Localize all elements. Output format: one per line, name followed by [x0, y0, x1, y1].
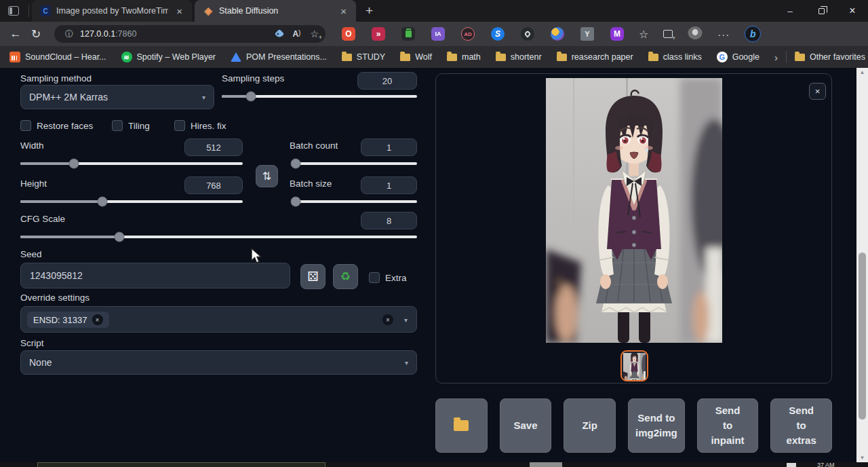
shazam-extension-icon[interactable]: S [491, 27, 505, 41]
scrollbar-thumb[interactable] [859, 253, 866, 419]
close-tab-icon[interactable]: × [174, 5, 185, 17]
folder-icon [342, 54, 352, 61]
address-bar[interactable]: ⓘ 127.0.0.1 :7860 A ☆+ [54, 25, 326, 43]
back-button[interactable]: ← [5, 27, 26, 41]
mouse-cursor [251, 248, 262, 264]
close-window-button[interactable]: × [837, 0, 868, 22]
adblock-extension-icon[interactable]: AD [461, 27, 475, 41]
close-tab-icon[interactable]: × [338, 5, 349, 17]
height-slider[interactable] [20, 200, 243, 203]
slider-handle[interactable] [98, 197, 108, 207]
other-favorites[interactable]: Other favorites [795, 52, 865, 62]
save-button[interactable]: Save [500, 398, 552, 453]
width-slider[interactable] [20, 162, 243, 165]
batch-size-input[interactable]: 1 [361, 176, 417, 194]
y-extension-icon[interactable]: Y [580, 27, 594, 41]
checkbox-icon[interactable] [174, 120, 185, 131]
slider-handle[interactable] [68, 159, 79, 169]
script-dropdown[interactable]: None ▾ [20, 350, 417, 375]
checkbox-icon[interactable] [369, 272, 380, 283]
bookmark-folder-shortenr[interactable]: shortenr [496, 52, 542, 62]
tab-stable-diffusion[interactable]: ◈ Stable Diffusion × [195, 0, 356, 22]
page-scrollbar[interactable]: ▲ ▼ [856, 68, 868, 462]
slider-handle[interactable] [290, 159, 300, 169]
bookmark-folder-math[interactable]: math [447, 52, 481, 62]
seed-input[interactable]: 1243095812 [20, 263, 290, 288]
open-folder-button[interactable] [435, 398, 488, 453]
location-pin-icon [524, 30, 531, 37]
window-controls: – × [774, 0, 868, 22]
bookmark-folder-study[interactable]: STUDY [342, 52, 385, 62]
slider-handle[interactable] [246, 92, 256, 102]
batch-count-input[interactable]: 1 [361, 138, 417, 156]
close-gallery-button[interactable]: × [809, 83, 826, 100]
cfg-scale-input[interactable]: 8 [361, 212, 417, 229]
sampling-method-dropdown[interactable]: DPM++ 2M Karras ▾ [20, 85, 214, 109]
reload-button[interactable]: ↻ [26, 27, 46, 41]
site-info-icon[interactable]: ⓘ [65, 29, 73, 40]
extra-seed-option[interactable]: Extra [369, 272, 407, 283]
scroll-down-icon[interactable]: ▼ [856, 453, 868, 462]
bookmark-spotify[interactable]: ≋Spotify – Web Player [121, 52, 216, 62]
restore-button[interactable] [806, 0, 837, 22]
bookmarks-overflow-icon[interactable]: › [774, 52, 778, 63]
zip-button[interactable]: Zip [564, 398, 616, 453]
slider-handle[interactable] [290, 197, 300, 207]
override-settings-box[interactable]: ENSD: 31337 × × ▾ [20, 306, 417, 333]
o-extension-icon[interactable]: O [342, 27, 355, 41]
bookmark-soundcloud[interactable]: SoundCloud – Hear... [9, 52, 106, 62]
send-to-img2img-button[interactable]: Send to img2img [628, 398, 685, 453]
favorites-hub-icon[interactable]: ☆ [639, 28, 648, 41]
send-to-inpaint-button[interactable]: Send to inpaint [697, 398, 759, 453]
cfg-scale-slider[interactable] [20, 236, 417, 238]
minimize-button[interactable]: – [774, 0, 806, 22]
random-seed-button[interactable]: ⚄ [300, 264, 326, 289]
collections-icon[interactable] [663, 30, 673, 38]
video-speed-extension-icon[interactable]: » [372, 27, 385, 41]
checkbox-icon[interactable] [20, 120, 31, 131]
globe-extension-icon[interactable] [551, 27, 564, 41]
sampling-steps-input[interactable]: 20 [357, 72, 417, 90]
tab-civitai[interactable]: C Image posted by TwoMoreTimes × [32, 0, 192, 22]
add-favorite-icon[interactable]: ☆+ [310, 29, 319, 39]
bookmark-folder-wolf[interactable]: Wolf [400, 52, 432, 62]
checkbox-icon[interactable] [112, 120, 123, 131]
copilot-icon[interactable]: b [745, 26, 761, 42]
sampling-steps-slider[interactable] [222, 95, 417, 98]
batch-size-slider[interactable] [292, 200, 417, 203]
swap-dimensions-button[interactable]: ⇅ [256, 165, 278, 187]
gallery-thumbnail-selected[interactable] [620, 350, 648, 381]
tab-actions-icon[interactable] [8, 6, 19, 16]
monica-extension-icon[interactable]: M [610, 27, 624, 41]
url-host: 127.0.0.1 [80, 29, 115, 39]
pin-extension-icon[interactable] [521, 27, 534, 41]
generated-image[interactable] [546, 78, 722, 343]
scroll-up-icon[interactable]: ▲ [856, 68, 868, 77]
hires-fix-option[interactable]: Hires. fix [174, 120, 226, 131]
ia-extension-icon[interactable]: IA [431, 27, 445, 41]
clear-all-icon[interactable]: × [382, 314, 393, 325]
width-input[interactable]: 512 [184, 138, 243, 156]
batch-count-slider[interactable] [292, 162, 417, 165]
slider-fill [20, 200, 102, 203]
reuse-seed-button[interactable]: ♻ [333, 264, 358, 289]
bookmark-pom[interactable]: POM Presentations... [231, 52, 327, 62]
restore-faces-option[interactable]: Restore faces [20, 120, 93, 131]
override-chip-ensd[interactable]: ENSD: 31337 × [27, 312, 109, 328]
shopping-tag-icon[interactable] [275, 29, 284, 39]
slider-handle[interactable] [115, 232, 125, 242]
bookmark-folder-classlinks[interactable]: class links [648, 52, 702, 62]
profile-avatar[interactable] [688, 26, 703, 41]
remove-chip-icon[interactable]: × [92, 314, 103, 325]
tiling-option[interactable]: Tiling [112, 120, 150, 131]
height-input[interactable]: 768 [184, 176, 243, 194]
trash-extension-icon[interactable] [401, 27, 415, 41]
settings-menu-icon[interactable]: ··· [717, 29, 730, 40]
chevron-down-icon: ▾ [404, 316, 408, 324]
read-aloud-icon[interactable]: A [292, 29, 300, 39]
new-tab-button[interactable]: + [366, 3, 373, 18]
bookmark-google[interactable]: GGoogle [717, 52, 760, 62]
tab-strip: C Image posted by TwoMoreTimes × ◈ Stabl… [0, 0, 868, 22]
bookmark-folder-research[interactable]: reasearch paper [557, 52, 633, 62]
send-to-extras-button[interactable]: Send to extras [770, 398, 832, 453]
